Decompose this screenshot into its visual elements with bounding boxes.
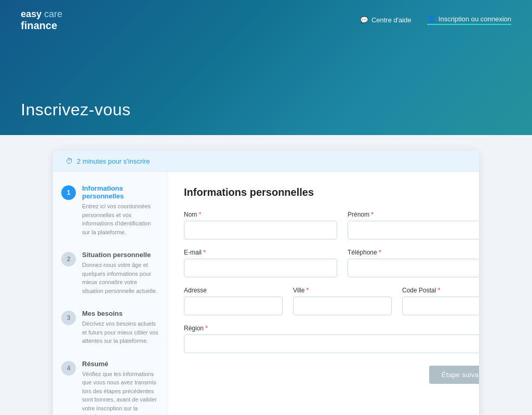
form-row-region: Région Île-de-France Auvergne-Rhône-Alpe… <box>184 325 479 353</box>
help-link[interactable]: 💬 Centre d'aide <box>360 16 411 24</box>
form-row-name: Nom Prénom <box>184 211 479 239</box>
logo: easy care finance <box>21 9 62 31</box>
code-postal-field: Code Postal <box>402 287 479 315</box>
nom-input[interactable] <box>184 221 337 239</box>
adresse-label: Adresse <box>184 287 283 294</box>
telephone-input[interactable] <box>348 259 479 277</box>
form-card: ⏱ 2 minutes pour s'inscrire 1 Informatio… <box>53 151 479 415</box>
form-row-contact: E-mail Téléphone <box>184 249 479 277</box>
telephone-label: Téléphone <box>348 249 479 256</box>
nom-label: Nom <box>184 211 337 218</box>
form-panel: Informations personnelles Nom Prénom <box>167 172 479 415</box>
help-icon: 💬 <box>360 16 368 24</box>
step-3-title: Mes besoins <box>82 310 158 317</box>
step-3-desc: Décrivez vos besoins actuels et futurs p… <box>82 319 158 345</box>
region-select[interactable]: Île-de-France Auvergne-Rhône-Alpes Prove… <box>184 334 479 353</box>
timer-icon: ⏱ <box>65 157 73 165</box>
login-link[interactable]: 👤 Inscription ou connexion <box>427 15 511 25</box>
time-badge-text: 2 minutes pour s'inscrire <box>77 157 150 165</box>
region-label: Région <box>184 325 479 332</box>
step-2-title: Situation personnelle <box>82 251 158 259</box>
prenom-label: Prénom <box>348 211 479 218</box>
time-badge: ⏱ 2 minutes pour s'inscrire <box>53 151 479 172</box>
step-1-title: Informations personnelles <box>82 184 158 200</box>
form-section-title: Informations personnelles <box>184 186 479 198</box>
code-postal-input[interactable] <box>402 297 479 315</box>
ville-field: Ville <box>293 287 392 315</box>
step-4-desc: Vérifiez que les informations que vous n… <box>82 370 158 416</box>
logo-care: care <box>42 9 62 19</box>
code-postal-label: Code Postal <box>402 287 479 294</box>
step-1-number: 1 <box>61 185 76 200</box>
form-actions: Étape suivante <box>184 366 479 384</box>
steps-sidebar: 1 Informations personnelles Entrez ici v… <box>53 172 167 415</box>
step-4-content: Résumé Vérifiez que les informations que… <box>82 360 158 416</box>
step-2-number: 2 <box>61 252 76 266</box>
nav-links: 💬 Centre d'aide 👤 Inscription ou connexi… <box>360 15 511 25</box>
ville-input[interactable] <box>293 297 392 315</box>
ville-label: Ville <box>293 287 392 294</box>
nom-field: Nom <box>184 211 337 239</box>
prenom-field: Prénom <box>348 211 479 239</box>
step-3[interactable]: 3 Mes besoins Décrivez vos besoins actue… <box>61 310 158 345</box>
adresse-field: Adresse <box>184 287 283 315</box>
page-title: Inscrivez-vous <box>21 100 131 119</box>
prenom-input[interactable] <box>348 221 479 239</box>
help-label: Centre d'aide <box>371 16 411 24</box>
logo-easy: easy <box>21 9 42 19</box>
adresse-input[interactable] <box>184 297 283 315</box>
header-title-area: Inscrivez-vous <box>0 41 532 135</box>
login-label: Inscription ou connexion <box>438 15 511 23</box>
email-label: E-mail <box>184 249 337 256</box>
step-1[interactable]: 1 Informations personnelles Entrez ici v… <box>61 184 158 236</box>
user-icon: 👤 <box>427 15 435 23</box>
region-field: Région Île-de-France Auvergne-Rhône-Alpe… <box>184 325 479 353</box>
top-nav: easy care finance 💬 Centre d'aide 👤 Insc… <box>0 0 532 41</box>
step-3-number: 3 <box>61 311 76 325</box>
step-3-content: Mes besoins Décrivez vos besoins actuels… <box>82 310 158 345</box>
email-input[interactable] <box>184 259 337 277</box>
page-header: easy care finance 💬 Centre d'aide 👤 Insc… <box>0 0 532 135</box>
step-4-number: 4 <box>61 361 76 376</box>
step-4-title: Résumé <box>82 360 158 368</box>
form-body: 1 Informations personnelles Entrez ici v… <box>53 172 479 415</box>
step-1-desc: Entrez ici vos coordonnées personnelles … <box>82 202 158 236</box>
form-row-address: Adresse Ville Code Postal <box>184 287 479 315</box>
step-2-content: Situation personnelle Donnez-nous votre … <box>82 251 158 295</box>
step-2[interactable]: 2 Situation personnelle Donnez-nous votr… <box>61 251 158 295</box>
step-2-desc: Donnez-nous votre âge et quelques inform… <box>82 261 158 295</box>
step-4[interactable]: 4 Résumé Vérifiez que les informations q… <box>61 360 158 416</box>
email-field: E-mail <box>184 249 337 277</box>
next-button[interactable]: Étape suivante <box>429 366 479 384</box>
telephone-field: Téléphone <box>348 249 479 277</box>
main-content: ⏱ 2 minutes pour s'inscrire 1 Informatio… <box>0 135 532 415</box>
step-1-content: Informations personnelles Entrez ici vos… <box>82 184 158 236</box>
logo-finance: finance <box>21 20 62 31</box>
